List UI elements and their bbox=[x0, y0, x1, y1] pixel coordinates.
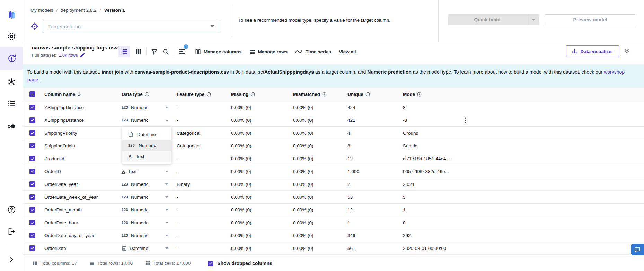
mismatched-cell: 0.00% (0) bbox=[293, 143, 347, 148]
missing-cell: 0.00% (0) bbox=[231, 169, 293, 174]
list-view-button[interactable] bbox=[118, 46, 130, 57]
total-cells: Total cells: 17,000 bbox=[145, 261, 191, 266]
double-chevron-down-icon bbox=[624, 48, 629, 54]
table-row-YShippingDistance: YShippingDistance123Numeric-0.00% (0)0.0… bbox=[23, 101, 644, 114]
logout-button[interactable] bbox=[0, 227, 23, 236]
data-type-select[interactable]: 123Numeric bbox=[122, 118, 177, 123]
row-checkbox[interactable] bbox=[23, 181, 44, 187]
info-icon-button[interactable] bbox=[322, 92, 327, 97]
row-checkbox[interactable] bbox=[23, 143, 44, 148]
time-series-icon bbox=[295, 49, 303, 54]
column-header-unique[interactable]: Unique bbox=[347, 92, 403, 97]
quick-build-button[interactable]: Quick build bbox=[448, 14, 539, 25]
data-type-select[interactable]: Datetime bbox=[122, 246, 177, 251]
target-column-placeholder: Target column bbox=[48, 24, 210, 29]
info-icon-button[interactable] bbox=[206, 92, 211, 97]
unique-cell: 12 bbox=[347, 207, 403, 213]
row-checkbox[interactable] bbox=[23, 194, 44, 200]
table-body: YShippingDistance123Numeric-0.00% (0)0.0… bbox=[23, 101, 644, 255]
row-checkbox[interactable] bbox=[23, 130, 44, 136]
missing-cell: 0.00% (0) bbox=[231, 246, 293, 251]
help-button[interactable] bbox=[0, 205, 23, 214]
type-option-datetime[interactable]: Datetime bbox=[122, 129, 171, 140]
sidebar-item-datasets[interactable] bbox=[0, 32, 23, 41]
column-header-column-name[interactable]: Column name bbox=[44, 92, 122, 97]
missing-cell: 0.00% (0) bbox=[231, 220, 293, 225]
select-all-checkbox[interactable] bbox=[23, 91, 44, 97]
sidebar-item-automations[interactable] bbox=[0, 78, 23, 86]
manage-columns-button[interactable]: Manage columns bbox=[195, 49, 242, 55]
show-dropped-checkbox[interactable] bbox=[208, 261, 213, 266]
info-icon bbox=[365, 92, 370, 97]
edit-sample-icon[interactable] bbox=[80, 53, 85, 58]
mode-cell: 292 bbox=[403, 233, 462, 238]
data-visualizer-button[interactable]: Data visualizer bbox=[566, 45, 619, 57]
column-header-data-type[interactable]: Data type bbox=[122, 92, 177, 97]
sidebar-item-shapes[interactable] bbox=[0, 122, 23, 131]
breadcrumb-my-models[interactable]: My models bbox=[30, 8, 53, 13]
data-type-select[interactable]: 123Numeric bbox=[122, 195, 177, 200]
info-icon-button[interactable] bbox=[250, 92, 255, 97]
dataset-toolbar: canvas-sample-shipping-logs.csv Full dat… bbox=[23, 42, 644, 64]
mismatched-cell: 0.00% (0) bbox=[293, 220, 347, 225]
sidebar-item-my-models[interactable] bbox=[0, 47, 23, 70]
chat-button[interactable] bbox=[631, 244, 644, 255]
column-header-mismatched[interactable]: Mismatched bbox=[293, 92, 347, 97]
data-type-select[interactable]: 123Numeric bbox=[122, 220, 177, 225]
list-view-icon bbox=[121, 48, 128, 55]
target-column-select[interactable]: Target column bbox=[43, 20, 219, 33]
column-view-button[interactable] bbox=[133, 46, 144, 57]
rows-count-link[interactable]: 1.0k rows bbox=[59, 53, 78, 58]
breadcrumb-deployment[interactable]: deployment 2.8.2 bbox=[61, 8, 97, 13]
column-header-missing[interactable]: Missing bbox=[231, 92, 293, 97]
data-type-select[interactable]: AText bbox=[122, 169, 177, 174]
manage-rows-button[interactable]: Manage rows bbox=[249, 49, 288, 55]
canvas-logo bbox=[0, 10, 23, 19]
top-header: My models / deployment 2.8.2 / Version 1… bbox=[23, 0, 644, 42]
caret-down-icon bbox=[165, 183, 168, 185]
table-row-ShippingPriority: ShippingPriorityCategorical0.00% (0)0.00… bbox=[23, 127, 644, 139]
show-dropped-columns-toggle[interactable]: Show dropped columns bbox=[208, 261, 272, 266]
row-checkbox[interactable] bbox=[23, 156, 44, 161]
search-icon bbox=[162, 48, 169, 55]
row-checkbox[interactable] bbox=[23, 220, 44, 225]
type-option-numeric[interactable]: 123Numeric bbox=[122, 140, 171, 151]
unique-cell: 12 bbox=[347, 156, 403, 161]
data-type-select[interactable]: 123Numeric bbox=[122, 207, 177, 213]
column-name-cell: OrderDate bbox=[44, 246, 122, 251]
type-option-text[interactable]: AText bbox=[122, 151, 171, 162]
column-view-icon bbox=[135, 48, 142, 55]
data-type-select[interactable]: 123Numeric bbox=[122, 233, 177, 238]
time-series-button[interactable]: Time series bbox=[295, 49, 331, 54]
row-checkbox[interactable] bbox=[23, 169, 44, 174]
collapse-panel-button[interactable] bbox=[624, 48, 629, 54]
row-checkbox[interactable] bbox=[23, 105, 44, 110]
sidebar-item-list[interactable] bbox=[0, 99, 23, 108]
column-header-mode[interactable]: Mode bbox=[403, 92, 462, 97]
data-type-select[interactable]: 123Numeric bbox=[122, 182, 177, 187]
mode-cell: -8 bbox=[403, 118, 462, 123]
search-button[interactable] bbox=[160, 46, 171, 57]
view-all-button[interactable]: View all bbox=[339, 49, 356, 54]
row-checkbox[interactable] bbox=[23, 233, 44, 238]
row-checkbox[interactable] bbox=[23, 245, 44, 251]
preview-model-button[interactable]: Preview model bbox=[545, 14, 635, 25]
data-type-select[interactable]: 123Numeric bbox=[122, 105, 177, 110]
header-divider bbox=[438, 0, 439, 42]
info-icon-button[interactable] bbox=[145, 92, 149, 97]
mismatched-cell: 0.00% (0) bbox=[293, 130, 347, 136]
quick-build-dropdown[interactable] bbox=[527, 14, 539, 25]
info-icon bbox=[322, 92, 327, 97]
filter-button[interactable] bbox=[149, 46, 160, 57]
sidebar-expand-button[interactable] bbox=[0, 256, 23, 263]
row-checkbox[interactable] bbox=[23, 117, 44, 123]
row-checkbox[interactable] bbox=[23, 207, 44, 213]
sort-button[interactable]: 1 bbox=[176, 46, 187, 57]
table-row-OrderDate_week_of_year: OrderDate_week_of_year123Numeric-0.00% (… bbox=[23, 191, 644, 204]
info-icon-button[interactable] bbox=[365, 92, 370, 97]
row-actions-button[interactable] bbox=[462, 116, 469, 125]
breadcrumb: My models / deployment 2.8.2 / Version 1 bbox=[30, 8, 125, 13]
info-icon-button[interactable] bbox=[417, 92, 422, 97]
column-header-feature-type[interactable]: Feature type bbox=[177, 92, 231, 97]
list-icon bbox=[7, 99, 16, 108]
